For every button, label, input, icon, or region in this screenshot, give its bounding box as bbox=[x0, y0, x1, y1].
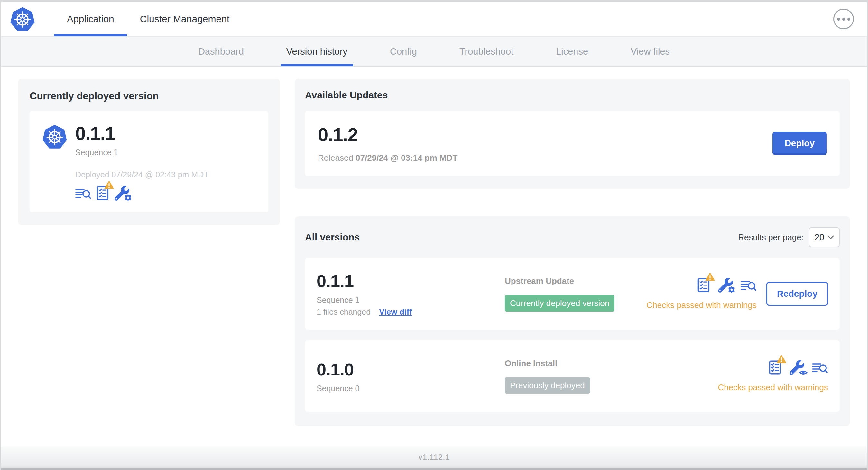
currently-deployed-version-panel: 0.1.1 Sequence 1 Deployed 07/29/24 @ 02:… bbox=[30, 111, 268, 212]
update-released-timestamp: 07/29/24 @ 03:14 pm MDT bbox=[355, 153, 458, 163]
row-version-number: 0.1.1 bbox=[317, 271, 505, 291]
view-logs-icon[interactable] bbox=[75, 187, 91, 201]
row-sequence: Sequence 0 bbox=[317, 384, 505, 393]
version-row-0.1.1: 0.1.1 Sequence 1 1 files changed View di… bbox=[305, 258, 840, 330]
chevron-down-icon bbox=[828, 235, 834, 239]
preflight-checks-icon[interactable] bbox=[769, 360, 782, 375]
all-versions-title: All versions bbox=[305, 232, 360, 243]
tab-view-files[interactable]: View files bbox=[625, 37, 676, 66]
redeploy-button[interactable]: Redeploy bbox=[766, 282, 828, 306]
files-changed-label: 1 files changed bbox=[317, 307, 371, 317]
tab-config[interactable]: Config bbox=[384, 37, 423, 66]
tab-application-label: Application bbox=[67, 13, 114, 25]
tab-cluster-management-label: Cluster Management bbox=[140, 13, 229, 25]
main-content: Currently deployed version 0.1.1 Sequenc… bbox=[1, 67, 867, 446]
view-logs-icon[interactable] bbox=[812, 361, 828, 375]
gear-icon bbox=[124, 194, 132, 202]
view-logs-icon[interactable] bbox=[741, 279, 757, 293]
row-version-number: 0.1.0 bbox=[317, 360, 505, 379]
app-subnav: Dashboard Version history Config Trouble… bbox=[1, 37, 867, 67]
tab-cluster-management[interactable]: Cluster Management bbox=[127, 2, 242, 36]
version-row-0.1.0: 0.1.0 Sequence 0 Online Install Previous… bbox=[305, 340, 840, 412]
warning-triangle-icon bbox=[104, 181, 114, 189]
view-config-icon[interactable] bbox=[789, 360, 804, 375]
checks-status: Checks passed with warnings bbox=[718, 382, 829, 393]
previously-deployed-badge: Previously deployed bbox=[505, 377, 590, 394]
active-subtab-underline bbox=[281, 64, 353, 66]
update-version-number: 0.1.2 bbox=[318, 124, 458, 145]
version-source: Online Install bbox=[505, 359, 718, 368]
console-version: v1.112.1 bbox=[418, 452, 450, 462]
edit-config-icon[interactable] bbox=[115, 186, 129, 201]
available-updates-title: Available Updates bbox=[305, 90, 840, 101]
eye-icon bbox=[799, 369, 808, 376]
update-released-line: Released 07/29/24 @ 03:14 pm MDT bbox=[318, 153, 458, 163]
currently-deployed-title: Currently deployed version bbox=[30, 90, 268, 102]
tab-troubleshoot[interactable]: Troubleshoot bbox=[454, 37, 519, 66]
checks-status: Checks passed with warnings bbox=[646, 300, 757, 310]
view-diff-link[interactable]: View diff bbox=[379, 307, 412, 317]
gear-icon bbox=[727, 286, 736, 294]
kubernetes-logo-icon bbox=[10, 6, 35, 32]
tab-license[interactable]: License bbox=[550, 37, 594, 66]
version-source: Upstream Update bbox=[505, 276, 646, 286]
currently-deployed-badge: Currently deployed version bbox=[505, 295, 615, 311]
tab-application[interactable]: Application bbox=[54, 2, 127, 36]
row-sequence: Sequence 1 bbox=[317, 296, 505, 305]
deployed-version-number: 0.1.1 bbox=[75, 124, 209, 143]
deployed-sequence: Sequence 1 bbox=[75, 148, 209, 157]
deployed-timestamp: Deployed 07/29/24 @ 02:43 pm MDT bbox=[75, 170, 209, 179]
update-row: 0.1.2 Released 07/29/24 @ 03:14 pm MDT D… bbox=[305, 111, 840, 176]
preflight-checks-icon[interactable] bbox=[698, 278, 710, 293]
deploy-button[interactable]: Deploy bbox=[772, 132, 827, 155]
footer: v1.112.1 bbox=[1, 446, 867, 470]
active-tab-underline bbox=[54, 34, 127, 36]
results-per-page-label: Results per page: bbox=[738, 232, 804, 242]
edit-config-icon[interactable] bbox=[718, 278, 733, 293]
all-versions-card: All versions Results per page: 20 0.1.1 … bbox=[295, 216, 850, 426]
warning-triangle-icon bbox=[705, 273, 715, 281]
overflow-menu-button[interactable] bbox=[833, 9, 854, 29]
warning-triangle-icon bbox=[777, 355, 786, 364]
available-updates-card: Available Updates 0.1.2 Released 07/29/2… bbox=[295, 79, 850, 189]
tab-dashboard[interactable]: Dashboard bbox=[192, 37, 250, 66]
currently-deployed-card: Currently deployed version 0.1.1 Sequenc… bbox=[18, 79, 280, 225]
preflight-checks-icon[interactable] bbox=[96, 186, 110, 201]
tab-version-history[interactable]: Version history bbox=[281, 37, 353, 66]
results-per-page-select[interactable]: 20 bbox=[809, 227, 840, 247]
top-navbar: Application Cluster Management bbox=[1, 2, 867, 37]
app-kubernetes-logo-icon bbox=[42, 124, 68, 201]
ellipsis-icon bbox=[837, 18, 840, 21]
